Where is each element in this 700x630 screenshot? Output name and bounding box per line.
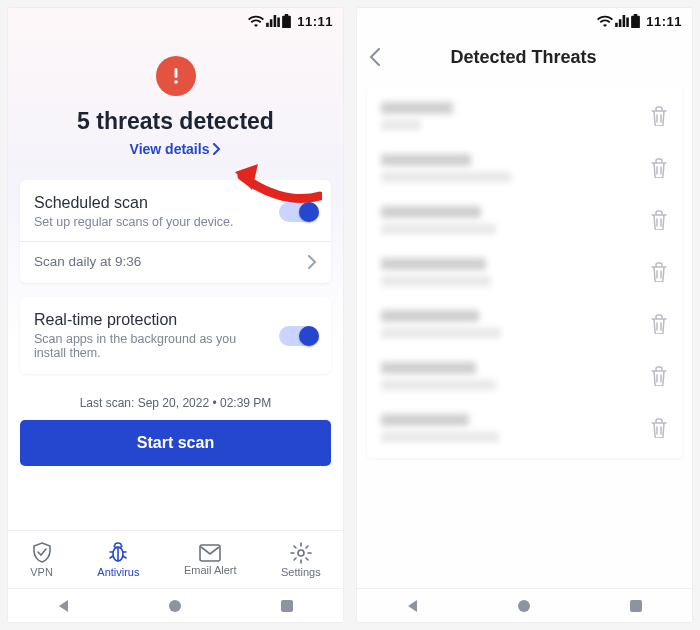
threat-name-redacted	[381, 206, 496, 234]
bottom-nav: VPN Antivirus Email Alert Settings	[8, 530, 343, 588]
threat-item	[367, 402, 682, 454]
scheduled-scan-title: Scheduled scan	[34, 194, 233, 212]
recent-square-icon[interactable]	[628, 598, 644, 614]
realtime-toggle[interactable]	[279, 326, 317, 346]
svg-point-7	[518, 600, 530, 612]
status-bar: 11:11	[8, 8, 343, 34]
threat-name-redacted	[381, 310, 501, 338]
threat-name-redacted	[381, 102, 453, 130]
android-nav-bar	[8, 588, 343, 622]
signal-icon	[615, 15, 629, 27]
nav-email-label: Email Alert	[184, 564, 237, 576]
gear-icon	[290, 542, 312, 564]
realtime-sub: Scan apps in the background as you insta…	[34, 332, 254, 360]
chevron-right-icon	[308, 255, 317, 269]
home-circle-icon[interactable]	[167, 598, 183, 614]
scheduled-scan-card: Scheduled scan Set up regular scans of y…	[20, 180, 331, 283]
threat-hero: 5 threats detected View details	[8, 34, 343, 166]
alert-icon	[156, 56, 196, 96]
scan-schedule-text: Scan daily at 9:36	[34, 254, 141, 269]
divider	[20, 241, 331, 242]
threat-item	[367, 350, 682, 402]
threat-name-redacted	[381, 154, 511, 182]
threat-count-title: 5 threats detected	[18, 108, 333, 135]
wifi-icon	[248, 15, 264, 27]
nav-vpn[interactable]: VPN	[30, 542, 53, 578]
threat-item	[367, 246, 682, 298]
last-scan-text: Last scan: Sep 20, 2022 • 02:39 PM	[8, 396, 343, 410]
nav-settings-label: Settings	[281, 566, 321, 578]
threat-name-redacted	[381, 362, 496, 390]
trash-icon[interactable]	[650, 418, 668, 438]
trash-icon[interactable]	[650, 158, 668, 178]
trash-icon[interactable]	[650, 210, 668, 230]
antivirus-main-screen: 11:11 5 threats detected View details Sc…	[8, 8, 343, 622]
clock: 11:11	[646, 14, 682, 29]
threat-list	[367, 86, 682, 458]
chevron-right-icon	[213, 143, 221, 155]
header-bar: Detected Threats	[357, 34, 692, 80]
bug-icon	[107, 542, 129, 564]
svg-point-1	[174, 80, 178, 84]
svg-rect-6	[281, 600, 293, 612]
battery-icon	[631, 14, 640, 28]
nav-settings[interactable]: Settings	[281, 542, 321, 578]
signal-icon	[266, 15, 280, 27]
nav-vpn-label: VPN	[30, 566, 53, 578]
nav-antivirus[interactable]: Antivirus	[97, 542, 139, 578]
battery-icon	[282, 14, 291, 28]
trash-icon[interactable]	[650, 314, 668, 334]
realtime-title: Real-time protection	[34, 311, 254, 329]
android-nav-bar	[357, 588, 692, 622]
svg-rect-8	[630, 600, 642, 612]
svg-point-5	[169, 600, 181, 612]
scan-schedule-row[interactable]: Scan daily at 9:36	[34, 254, 317, 269]
start-scan-button[interactable]: Start scan	[20, 420, 331, 466]
scheduled-scan-sub: Set up regular scans of your device.	[34, 215, 233, 229]
trash-icon[interactable]	[650, 366, 668, 386]
clock: 11:11	[297, 14, 333, 29]
wifi-icon	[597, 15, 613, 27]
svg-rect-0	[174, 68, 177, 78]
detected-threats-screen: 11:11 Detected Threats	[357, 8, 692, 622]
view-details-link[interactable]: View details	[130, 141, 222, 157]
threat-item	[367, 90, 682, 142]
nav-email[interactable]: Email Alert	[184, 544, 237, 576]
threat-item	[367, 194, 682, 246]
trash-icon[interactable]	[650, 106, 668, 126]
back-triangle-icon[interactable]	[56, 598, 72, 614]
threat-item	[367, 298, 682, 350]
view-details-label: View details	[130, 141, 210, 157]
page-title: Detected Threats	[391, 47, 656, 68]
svg-point-4	[298, 550, 304, 556]
home-circle-icon[interactable]	[516, 598, 532, 614]
back-triangle-icon[interactable]	[405, 598, 421, 614]
mail-icon	[199, 544, 221, 562]
threat-item	[367, 142, 682, 194]
recent-square-icon[interactable]	[279, 598, 295, 614]
trash-icon[interactable]	[650, 262, 668, 282]
threat-name-redacted	[381, 258, 491, 286]
nav-antivirus-label: Antivirus	[97, 566, 139, 578]
threat-name-redacted	[381, 414, 499, 442]
scheduled-scan-toggle[interactable]	[279, 202, 317, 222]
realtime-protection-card: Real-time protection Scan apps in the ba…	[20, 297, 331, 374]
back-icon[interactable]	[369, 48, 381, 66]
shield-icon	[32, 542, 52, 564]
status-bar: 11:11	[357, 8, 692, 34]
